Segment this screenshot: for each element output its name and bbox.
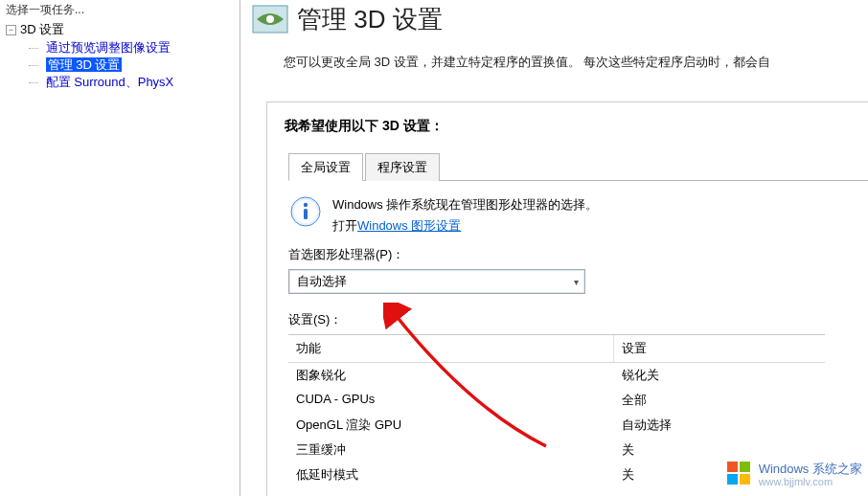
section-heading: 我希望使用以下 3D 设置： bbox=[267, 118, 868, 135]
tree-item-image-preview[interactable]: 通过预览调整图像设置 bbox=[2, 39, 240, 56]
tab-global[interactable]: 全局设置 bbox=[288, 153, 363, 181]
col-setting: 设置 bbox=[614, 335, 654, 362]
chevron-down-icon: ▾ bbox=[574, 277, 579, 287]
gpu-dropdown[interactable]: 自动选择 ▾ bbox=[288, 269, 585, 294]
settings-label: 设置(S)： bbox=[288, 311, 868, 328]
col-feature: 功能 bbox=[288, 335, 614, 362]
table-row[interactable]: OpenGL 渲染 GPU 自动选择 bbox=[288, 413, 825, 438]
tree-root-3d[interactable]: − 3D 设置 bbox=[2, 20, 240, 39]
svg-point-4 bbox=[304, 203, 308, 207]
table-row[interactable]: 图象锐化 锐化关 bbox=[288, 363, 825, 388]
settings-box: 我希望使用以下 3D 设置： 全局设置 程序设置 bbox=[266, 101, 868, 496]
svg-rect-9 bbox=[740, 474, 750, 485]
tab-strip: 全局设置 程序设置 bbox=[288, 152, 868, 181]
nav-tree-panel: 选择一项任务... − 3D 设置 通过预览调整图像设置 管理 3D 设置 配置… bbox=[0, 0, 240, 496]
gpu-label: 首选图形处理器(P)： bbox=[288, 246, 868, 263]
table-row[interactable]: CUDA - GPUs 全部 bbox=[288, 388, 825, 413]
collapse-icon[interactable]: − bbox=[6, 25, 16, 35]
svg-rect-6 bbox=[727, 462, 738, 472]
svg-rect-8 bbox=[727, 474, 738, 485]
main-content: 管理 3D 设置 您可以更改全局 3D 设置，并建立特定程序的置换值。 每次这些… bbox=[243, 0, 868, 496]
info-text: Windows 操作系统现在管理图形处理器的选择。 打开Windows 图形设置 bbox=[332, 194, 598, 237]
tree-item-surround-physx[interactable]: 配置 Surround、PhysX bbox=[2, 74, 240, 91]
svg-point-1 bbox=[266, 15, 274, 23]
svg-rect-7 bbox=[740, 462, 750, 472]
windows-graphics-link[interactable]: Windows 图形设置 bbox=[357, 218, 461, 233]
page-description: 您可以更改全局 3D 设置，并建立特定程序的置换值。 每次这些特定程序启动时，都… bbox=[243, 46, 868, 80]
page-title: 管理 3D 设置 bbox=[297, 3, 443, 36]
gpu-dropdown-value: 自动选择 bbox=[297, 273, 347, 290]
windows-logo-icon bbox=[724, 459, 753, 490]
watermark: Windows 系统之家 www.bjjmlv.com bbox=[724, 459, 862, 490]
nav-panel-title: 选择一项任务... bbox=[2, 2, 240, 18]
tree-item-manage-3d[interactable]: 管理 3D 设置 bbox=[2, 56, 240, 74]
svg-rect-5 bbox=[304, 209, 308, 219]
info-icon bbox=[288, 194, 323, 229]
tab-program[interactable]: 程序设置 bbox=[365, 153, 440, 181]
nvidia-eye-icon bbox=[251, 0, 289, 38]
